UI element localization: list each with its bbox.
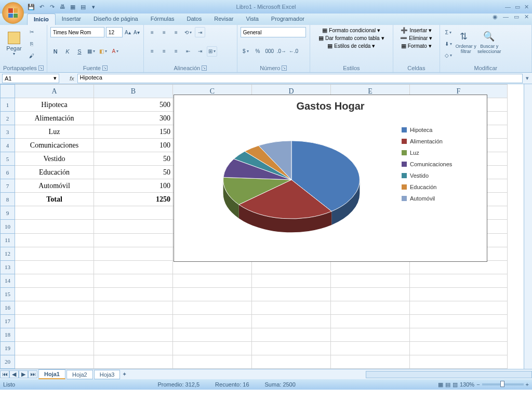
ribbon-restore-icon[interactable]: ▭ [514,14,519,20]
cut-icon[interactable]: ✂ [26,26,37,37]
zoom-slider[interactable] [482,383,524,385]
border-button[interactable]: ▦ [86,46,97,57]
align-right-icon[interactable]: ≡ [171,46,181,57]
sheet-tab-hoja1[interactable]: Hoja1 [38,369,65,379]
tab-insertar[interactable]: Insertar [56,14,87,25]
cell-D13[interactable] [252,260,331,274]
insert-cells-button[interactable]: ➕Insertar ▾ [396,27,436,34]
expand-formula-icon[interactable]: ▾ [523,75,532,82]
cell-B15[interactable] [94,287,173,301]
cell-F15[interactable] [410,287,508,301]
find-select-button[interactable]: 🔍 Buscar y seleccionar [478,27,500,58]
fill-color-button[interactable]: ◧ [98,46,109,57]
zoom-level[interactable]: 130% [460,381,474,388]
dialog-launcher-icon[interactable]: ↘ [38,65,44,71]
row-header[interactable]: 16 [1,301,15,314]
number-format-select[interactable] [241,27,306,37]
cell-E15[interactable] [331,287,410,301]
cell-A8[interactable]: Total [15,193,94,206]
cell-B3[interactable]: 150 [94,125,173,139]
orientation-icon[interactable]: ⟲ [183,27,193,37]
align-middle-icon[interactable]: ≡ [159,27,169,37]
horizontal-scrollbar[interactable] [366,371,532,378]
clear-icon[interactable]: ◇ [443,50,454,60]
cell-C13[interactable] [173,260,252,274]
align-center-icon[interactable]: ≡ [159,46,169,57]
bold-button[interactable]: N [50,46,61,57]
cell-E14[interactable] [331,274,410,287]
row-header[interactable]: 11 [1,233,15,247]
cell-styles-button[interactable]: ▦Estilos de celda ▾ [313,43,390,49]
dialog-launcher-icon[interactable]: ↘ [202,65,207,71]
cell-B16[interactable] [94,301,173,314]
decrease-font-icon[interactable]: A▾ [133,27,140,37]
prev-sheet-icon[interactable]: ◀ [9,370,19,378]
cell-E17[interactable] [331,314,410,328]
next-sheet-icon[interactable]: ▶ [19,370,28,378]
tab-datos[interactable]: Datos [181,14,208,25]
row-header[interactable]: 4 [1,139,15,152]
autosum-icon[interactable]: Σ [443,27,454,37]
tab-programador[interactable]: Programador [265,14,311,25]
currency-icon[interactable]: $ [241,46,251,57]
increase-indent-icon[interactable]: ⇥ [195,46,205,57]
cell-A10[interactable] [15,220,94,233]
print-icon[interactable]: 🖶 [58,3,66,11]
cell-A6[interactable]: Educación [15,166,94,179]
row-header[interactable]: 12 [1,247,15,260]
row-header[interactable]: 5 [1,152,15,166]
cell-B13[interactable] [94,260,173,274]
cell-B17[interactable] [94,314,173,328]
row-header[interactable]: 8 [1,193,15,206]
tab-revisar[interactable]: Revisar [208,14,240,25]
cell-A9[interactable] [15,206,94,220]
row-header[interactable]: 19 [1,341,15,355]
increase-font-icon[interactable]: A▴ [124,27,131,37]
row-header[interactable]: 20 [1,355,15,368]
ribbon-minimize-icon[interactable]: — [503,14,509,20]
cell-B9[interactable] [94,206,173,220]
view-pagebreak-icon[interactable]: ▥ [453,381,458,388]
cell-A14[interactable] [15,274,94,287]
qat-more-icon[interactable]: ▾ [89,3,98,11]
format-table-button[interactable]: ▦Dar formato como tabla ▾ [313,35,390,42]
row-header[interactable]: 13 [1,260,15,274]
row-header[interactable]: 7 [1,179,15,193]
cell-A17[interactable] [15,314,94,328]
font-size-select[interactable] [106,27,123,37]
conditional-format-button[interactable]: ▦Formato condicional ▾ [313,27,390,34]
align-left-icon[interactable]: ≡ [147,46,157,57]
name-box[interactable]: A1▾ [2,74,59,83]
select-all-corner[interactable] [1,85,15,98]
row-header[interactable]: 9 [1,206,15,220]
cell-A13[interactable] [15,260,94,274]
font-color-button[interactable]: A [110,46,121,57]
cell-F18[interactable] [410,328,508,341]
tab-vista[interactable]: Vista [240,14,265,25]
cell-A19[interactable] [15,341,94,355]
new-sheet-icon[interactable]: ✦ [122,371,127,378]
maximize-icon[interactable]: ▭ [515,4,520,10]
cell-B19[interactable] [94,341,173,355]
fill-icon[interactable]: ⬇ [443,38,454,49]
cell-A11[interactable] [15,233,94,247]
paste-button[interactable]: Pegar ▾ [3,28,25,59]
cell-B6[interactable]: 50 [94,166,173,179]
cell-A1[interactable]: Hipoteca [15,98,94,112]
help-icon[interactable]: ◉ [493,14,498,20]
row-header[interactable]: 10 [1,220,15,233]
cell-F14[interactable] [410,274,508,287]
cell-B10[interactable] [94,220,173,233]
close-icon[interactable]: ✕ [524,4,529,10]
format-painter-icon[interactable]: 🖌 [26,50,37,61]
merge-button[interactable]: ⊞ [207,46,217,57]
cell-B7[interactable]: 100 [94,179,173,193]
cell-A7[interactable]: Automóvil [15,179,94,193]
formula-input[interactable]: Hipoteca [77,74,523,83]
cell-B12[interactable] [94,247,173,260]
underline-button[interactable]: S [74,46,85,57]
cell-B20[interactable] [94,355,173,368]
qat-icon[interactable]: ▦ [69,3,77,11]
cell-B18[interactable] [94,328,173,341]
cell-D18[interactable] [252,328,331,341]
